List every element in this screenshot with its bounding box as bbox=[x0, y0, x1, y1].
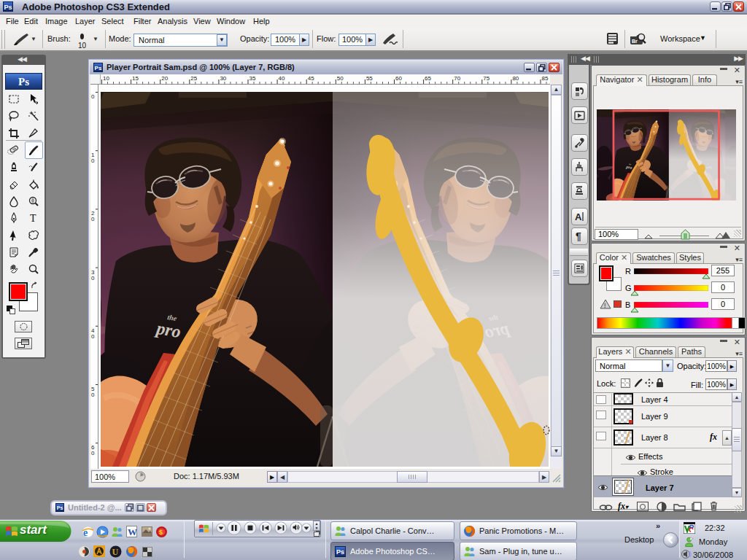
svg-text:0: 0 bbox=[91, 392, 95, 398]
svg-text:15: 15 bbox=[132, 75, 139, 82]
svg-text:30: 30 bbox=[220, 75, 226, 82]
svg-text:75: 75 bbox=[483, 75, 489, 82]
svg-text:A: A bbox=[575, 211, 582, 222]
svg-text:85: 85 bbox=[542, 75, 549, 82]
svg-text:55: 55 bbox=[366, 75, 373, 82]
svg-text:Br: Br bbox=[632, 39, 638, 44]
svg-text:50: 50 bbox=[337, 75, 344, 82]
svg-text:0: 0 bbox=[91, 450, 95, 456]
svg-text:35: 35 bbox=[249, 75, 256, 82]
svg-text:$: $ bbox=[159, 529, 163, 536]
svg-text:T: T bbox=[30, 213, 36, 224]
svg-text:10: 10 bbox=[103, 75, 109, 82]
svg-text:25: 25 bbox=[190, 75, 197, 82]
svg-text:0: 0 bbox=[91, 93, 95, 100]
svg-text:0: 0 bbox=[91, 275, 95, 281]
svg-text:45: 45 bbox=[308, 75, 314, 82]
svg-text:¶: ¶ bbox=[576, 230, 581, 242]
svg-text:0: 0 bbox=[91, 158, 95, 164]
svg-text:80: 80 bbox=[512, 75, 519, 82]
svg-text:!: ! bbox=[604, 302, 606, 309]
svg-text:20: 20 bbox=[161, 75, 168, 82]
svg-text:40: 40 bbox=[279, 75, 285, 82]
svg-text:0: 0 bbox=[91, 333, 95, 340]
svg-text:70: 70 bbox=[454, 75, 460, 82]
svg-text:0: 0 bbox=[91, 216, 95, 222]
svg-text:65: 65 bbox=[425, 75, 431, 82]
svg-text:U: U bbox=[112, 547, 119, 557]
svg-text:60: 60 bbox=[395, 75, 402, 82]
